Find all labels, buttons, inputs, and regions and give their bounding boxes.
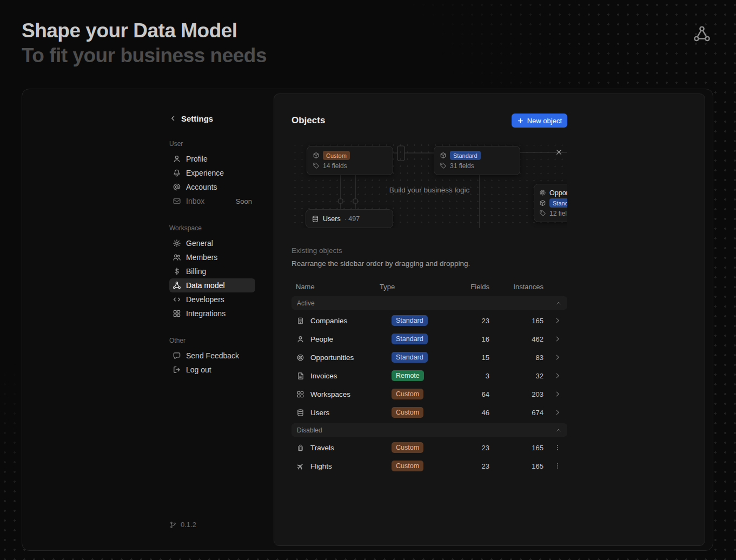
column-header-name: Name bbox=[291, 283, 380, 291]
type-badge: Custom bbox=[323, 151, 350, 160]
target-icon bbox=[296, 354, 304, 362]
row-menu-button[interactable] bbox=[548, 444, 567, 451]
row-open-button[interactable] bbox=[548, 390, 567, 398]
dollar-icon bbox=[173, 267, 181, 276]
sidebar-item-log-out[interactable]: Log out bbox=[169, 363, 255, 377]
table-row-invoices[interactable]: Invoices Remote 3 32 bbox=[291, 366, 567, 385]
row-open-button[interactable] bbox=[548, 409, 567, 416]
type-badge: Custom bbox=[392, 442, 423, 453]
objects-table: Name Type Fields Instances Active Compan… bbox=[291, 278, 567, 475]
type-badge: Custom bbox=[392, 461, 423, 471]
bell-icon bbox=[173, 169, 181, 177]
instances-count: 674 bbox=[494, 409, 548, 417]
column-header-type: Type bbox=[380, 283, 445, 291]
data-model-icon bbox=[173, 281, 181, 290]
row-open-button[interactable] bbox=[548, 372, 567, 379]
user-icon bbox=[173, 155, 181, 163]
speech-bubble-icon bbox=[173, 351, 181, 360]
instances-count: 462 bbox=[494, 335, 548, 343]
sidebar-item-data-model[interactable]: Data model bbox=[169, 278, 255, 292]
column-header-fields: Fields bbox=[445, 283, 494, 291]
instances-count: 165 bbox=[494, 462, 548, 470]
grid-icon bbox=[173, 309, 181, 318]
data-model-hero-icon bbox=[693, 25, 711, 43]
grid-icon bbox=[296, 390, 304, 398]
chevron-right-icon bbox=[554, 372, 561, 379]
fields-count: 23 bbox=[445, 444, 494, 452]
tag-icon bbox=[440, 162, 447, 169]
users-count: · 497 bbox=[344, 215, 360, 223]
canvas-node-opportunities[interactable]: Opportu Stand 12 fiel bbox=[534, 184, 567, 222]
canvas-node-standard[interactable]: Standard 31 fields bbox=[434, 146, 520, 175]
sidebar-item-integrations[interactable]: Integrations bbox=[169, 306, 255, 321]
section-label-workspace: Workspace bbox=[169, 224, 255, 233]
fields-count: 16 bbox=[445, 335, 494, 343]
sidebar-item-accounts[interactable]: Accounts bbox=[169, 180, 255, 194]
sidebar-item-billing[interactable]: Billing bbox=[169, 264, 255, 278]
chevron-right-icon bbox=[554, 317, 561, 324]
canvas-node-users[interactable]: Users · 497 bbox=[306, 209, 393, 228]
instances-count: 165 bbox=[494, 317, 548, 325]
fields-count: 23 bbox=[445, 317, 494, 325]
database-icon bbox=[296, 409, 304, 417]
table-row-companies[interactable]: Companies Standard 23 165 bbox=[291, 311, 567, 330]
chevron-right-icon bbox=[554, 409, 561, 416]
fields-count: 31 fields bbox=[450, 162, 474, 170]
object-cube-icon bbox=[313, 152, 320, 159]
file-icon bbox=[296, 372, 304, 380]
new-object-button[interactable]: New object bbox=[512, 114, 567, 128]
column-header-instances: Instances bbox=[494, 283, 548, 291]
object-cube-icon bbox=[539, 199, 546, 206]
page-title: Shape your Data Model To fit your busine… bbox=[22, 18, 267, 68]
settings-back-label: Settings bbox=[181, 114, 213, 123]
sidebar-item-members[interactable]: Members bbox=[169, 250, 255, 264]
sidebar-item-profile[interactable]: Profile bbox=[169, 152, 255, 166]
table-row-travels[interactable]: Travels Custom 23 165 bbox=[291, 438, 567, 457]
tag-icon bbox=[313, 162, 320, 169]
type-badge: Custom bbox=[392, 389, 423, 399]
members-icon bbox=[173, 253, 181, 262]
chevron-right-icon bbox=[554, 335, 561, 343]
section-label-user: User bbox=[169, 140, 255, 149]
row-open-button[interactable] bbox=[548, 335, 567, 343]
sidebar-item-experience[interactable]: Experience bbox=[169, 166, 255, 180]
row-menu-button[interactable] bbox=[548, 462, 567, 470]
type-badge: Standard bbox=[450, 151, 481, 160]
row-open-button[interactable] bbox=[548, 354, 567, 361]
soon-badge: Soon bbox=[236, 197, 252, 205]
group-header-active[interactable]: Active bbox=[291, 296, 567, 310]
table-row-people[interactable]: People Standard 16 462 bbox=[291, 330, 567, 348]
table-row-flights[interactable]: Flights Custom 23 165 bbox=[291, 457, 567, 475]
object-name: People bbox=[310, 335, 333, 343]
canvas-caption: Build your business logic bbox=[291, 186, 567, 194]
plane-icon bbox=[296, 462, 304, 470]
object-cube-icon bbox=[440, 152, 447, 159]
fields-count: 23 bbox=[445, 462, 494, 470]
sidebar-item-inbox: Inbox Soon bbox=[169, 194, 255, 208]
chevron-up-icon bbox=[555, 300, 562, 306]
table-row-users[interactable]: Users Custom 46 674 bbox=[291, 403, 567, 422]
object-name: Opportunities bbox=[310, 354, 354, 362]
chevron-up-icon bbox=[555, 427, 562, 434]
row-open-button[interactable] bbox=[548, 317, 567, 324]
target-icon bbox=[539, 189, 546, 196]
kebab-menu-icon bbox=[554, 444, 561, 451]
objects-panel: Objects New object bbox=[274, 94, 705, 546]
kebab-menu-icon bbox=[554, 462, 561, 470]
sidebar-item-send-feedback[interactable]: Send Feedback bbox=[169, 349, 255, 363]
chevron-left-icon bbox=[169, 115, 177, 122]
instances-count: 203 bbox=[494, 390, 548, 398]
canvas-node-custom[interactable]: Custom 14 fields bbox=[307, 146, 393, 175]
group-header-disabled[interactable]: Disabled bbox=[291, 423, 567, 437]
settings-back-button[interactable]: Settings bbox=[169, 113, 255, 124]
objects-canvas[interactable]: Custom 14 fields Standard 31 fields bbox=[291, 142, 567, 228]
table-row-opportunities[interactable]: Opportunities Standard 15 83 bbox=[291, 348, 567, 366]
fields-count: 64 bbox=[445, 390, 494, 398]
close-icon[interactable] bbox=[555, 148, 563, 156]
fields-count: 14 fields bbox=[323, 162, 347, 170]
object-name: Travels bbox=[310, 444, 334, 452]
table-row-workspaces[interactable]: Workspaces Custom 64 203 bbox=[291, 385, 567, 403]
object-name: Companies bbox=[310, 317, 347, 325]
sidebar-item-developers[interactable]: Developers bbox=[169, 292, 255, 306]
sidebar-item-general[interactable]: General bbox=[169, 236, 255, 250]
